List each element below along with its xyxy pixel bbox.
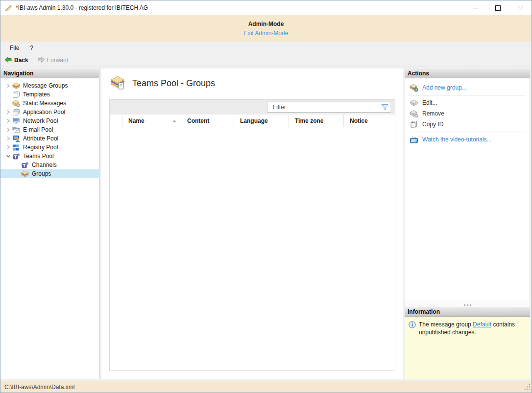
templates-icon	[12, 91, 21, 98]
add-new-group-button[interactable]: Add new group...	[405, 82, 530, 93]
title-bar: *IBI-aws Admin 1.30.0 - registered for I…	[0, 0, 532, 15]
statusbar-path: C:\IBI-aws\Admin\Data.xml	[4, 384, 74, 391]
main-area: Navigation Message Groups	[0, 67, 532, 381]
teams-pool-icon	[12, 153, 21, 160]
resize-grip[interactable]	[524, 384, 531, 392]
default-group-link[interactable]: Default	[473, 321, 491, 328]
column-header-language[interactable]: Language	[234, 115, 289, 127]
copy-icon	[410, 120, 418, 129]
exit-admin-mode-link[interactable]: Exit Admin-Mode	[244, 30, 289, 37]
window-title: *IBI-aws Admin 1.30.0 - registered for I…	[16, 4, 148, 11]
tv-icon	[410, 136, 418, 144]
application-pool-icon	[12, 109, 21, 116]
chevron-right-icon[interactable]	[4, 110, 12, 115]
actions-header: Actions	[405, 69, 530, 78]
action-label: Edit...	[422, 99, 437, 106]
back-label: Back	[14, 57, 28, 64]
nav-item-label: Templates	[23, 91, 50, 98]
information-header: Information	[405, 307, 530, 317]
column-label: Time zone	[295, 117, 323, 124]
column-label: Name	[128, 117, 145, 124]
menu-bar: File ?	[0, 42, 532, 54]
filter-row	[110, 100, 395, 115]
actions-separator	[409, 132, 526, 132]
nav-item-application-pool[interactable]: Application Pool	[0, 108, 99, 116]
groups-table-card: Name Content Language Time zone Notice	[109, 99, 395, 371]
nav-item-label: E-mail Pool	[23, 126, 53, 133]
table-header: Name Content Language Time zone Notice	[110, 115, 395, 127]
watch-tutorials-link[interactable]: Watch the video-tutorials...	[405, 134, 530, 145]
panel-splitter-handle[interactable]	[405, 301, 530, 307]
nav-item-label: Channels	[32, 162, 57, 168]
chevron-right-icon[interactable]	[4, 136, 12, 141]
info-text-before: The message group	[419, 321, 473, 328]
back-arrow-icon	[4, 56, 12, 65]
registry-pool-icon	[12, 144, 21, 151]
navigation-tree: Message Groups Templates	[0, 78, 99, 379]
static-messages-icon	[12, 100, 21, 107]
forward-arrow-icon	[37, 56, 45, 65]
channels-icon	[21, 162, 29, 169]
column-row-selector	[110, 115, 122, 127]
column-header-content[interactable]: Content	[181, 115, 234, 127]
nav-item-message-groups[interactable]: Message Groups	[0, 81, 99, 90]
teams-groups-title-icon	[110, 75, 126, 92]
nav-item-network-pool[interactable]: Network Pool	[0, 116, 99, 125]
app-window: *IBI-aws Admin 1.30.0 - registered for I…	[0, 0, 532, 393]
back-button[interactable]: Back	[2, 55, 30, 66]
navigation-header: Navigation	[0, 69, 99, 78]
nav-item-label: Message Groups	[23, 82, 68, 89]
close-button[interactable]	[509, 0, 532, 15]
information-panel: The message group Default contains unpub…	[405, 317, 530, 379]
filter-field	[267, 101, 391, 113]
admin-mode-banner: Admin-Mode Exit Admin-Mode	[0, 15, 532, 42]
chevron-right-icon[interactable]	[4, 118, 12, 123]
nav-item-registry-pool[interactable]: Registry Pool	[0, 143, 99, 152]
column-label: Notice	[350, 117, 368, 124]
column-header-timezone[interactable]: Time zone	[289, 115, 344, 127]
nav-item-static-messages[interactable]: Static Messages	[0, 99, 99, 108]
column-label: Language	[240, 117, 268, 124]
filter-input[interactable]	[268, 102, 379, 113]
actions-body: Add new group... Edit...	[405, 78, 530, 301]
nav-item-teams-pool[interactable]: Teams Pool	[0, 152, 99, 161]
info-message: The message group Default contains unpub…	[419, 321, 525, 336]
add-group-icon	[410, 84, 418, 92]
nav-item-templates[interactable]: Templates	[0, 90, 99, 99]
menu-file[interactable]: File	[5, 43, 24, 53]
menu-help[interactable]: ?	[25, 43, 38, 53]
action-label: Add new group...	[422, 84, 467, 91]
action-label: Remove	[422, 110, 444, 117]
actions-separator	[409, 95, 526, 95]
remove-button[interactable]: Remove	[405, 108, 530, 119]
chevron-down-icon[interactable]	[4, 154, 12, 159]
column-label: Content	[187, 117, 209, 124]
nav-item-channels[interactable]: Channels	[0, 161, 99, 169]
nav-item-groups[interactable]: Groups	[0, 169, 99, 178]
table-body-empty	[110, 127, 395, 370]
nav-item-attribute-pool[interactable]: Attribute Pool	[0, 134, 99, 143]
nav-item-label: Attribute Pool	[23, 135, 58, 142]
forward-button[interactable]: Forward	[35, 55, 71, 66]
attribute-pool-icon	[12, 135, 21, 142]
edit-icon	[410, 99, 418, 107]
column-header-name[interactable]: Name	[122, 115, 181, 127]
nav-item-email-pool[interactable]: E-mail Pool	[0, 125, 99, 134]
copy-id-button[interactable]: Copy ID	[405, 119, 530, 130]
chevron-right-icon[interactable]	[4, 127, 12, 132]
edit-button[interactable]: Edit...	[405, 97, 530, 108]
nav-item-label: Application Pool	[23, 109, 65, 116]
maximize-button[interactable]	[486, 0, 509, 15]
groups-icon	[21, 170, 29, 178]
filter-funnel-icon[interactable]	[379, 104, 390, 111]
chevron-right-icon[interactable]	[4, 145, 12, 150]
info-icon	[409, 321, 416, 330]
chevron-right-icon[interactable]	[4, 83, 12, 88]
page-title: Teams Pool - Groups	[132, 78, 215, 89]
action-label: Watch the video-tutorials...	[422, 136, 492, 143]
admin-mode-title: Admin-Mode	[248, 21, 284, 27]
nav-item-label: Network Pool	[23, 117, 58, 124]
minimize-button[interactable]	[464, 0, 486, 15]
network-pool-icon	[12, 117, 21, 125]
column-header-notice[interactable]: Notice	[344, 115, 395, 127]
